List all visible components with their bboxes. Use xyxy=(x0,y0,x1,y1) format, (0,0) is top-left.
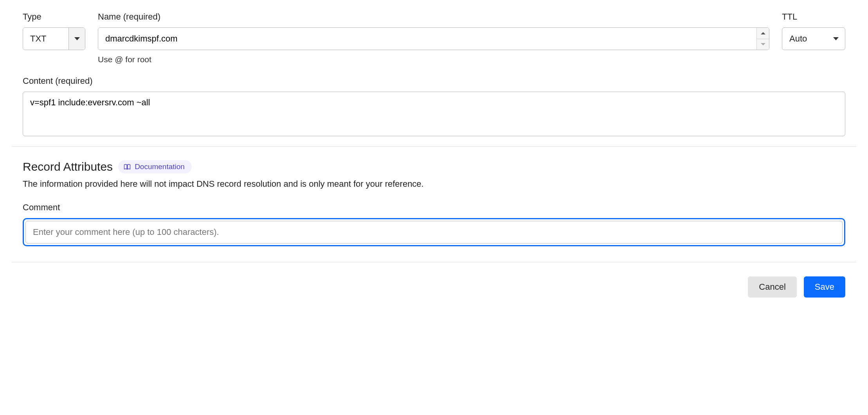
content-field-group: Content (required) xyxy=(23,76,845,136)
divider xyxy=(12,146,856,147)
ttl-label: TTL xyxy=(782,12,845,22)
comment-field-group: Comment xyxy=(23,202,845,246)
actions-row: Cancel Save xyxy=(23,276,845,298)
save-button[interactable]: Save xyxy=(804,276,845,298)
name-input[interactable] xyxy=(98,28,756,50)
type-field-group: Type TXT xyxy=(23,12,85,64)
chevron-down-icon xyxy=(68,28,85,50)
ttl-field-group: TTL Auto xyxy=(782,12,845,64)
chevron-down-icon xyxy=(833,37,839,40)
type-label: Type xyxy=(23,12,85,22)
name-input-wrap xyxy=(98,27,769,50)
attributes-description: The information provided here will not i… xyxy=(23,179,845,189)
cancel-button[interactable]: Cancel xyxy=(748,276,796,298)
name-field-group: Name (required) Use @ for root xyxy=(98,12,769,64)
name-hint: Use @ for root xyxy=(98,55,769,64)
book-icon xyxy=(124,164,131,170)
stepper-up-button[interactable] xyxy=(757,28,769,39)
caret-up-icon xyxy=(761,32,765,34)
comment-label: Comment xyxy=(23,202,845,213)
documentation-link[interactable]: Documentation xyxy=(118,160,192,173)
comment-input[interactable] xyxy=(25,221,843,244)
attributes-header: Record Attributes Documentation xyxy=(23,160,845,173)
comment-focus-ring xyxy=(23,218,845,246)
caret-down-icon xyxy=(761,43,765,45)
content-textarea[interactable] xyxy=(23,92,845,136)
name-label: Name (required) xyxy=(98,12,769,22)
documentation-label: Documentation xyxy=(135,162,185,171)
ttl-select[interactable]: Auto xyxy=(782,27,845,50)
name-stepper xyxy=(756,28,769,50)
attributes-title: Record Attributes xyxy=(23,160,113,173)
ttl-select-value: Auto xyxy=(789,34,807,44)
divider xyxy=(12,262,856,262)
stepper-down-button[interactable] xyxy=(757,39,769,50)
type-select[interactable]: TXT xyxy=(23,27,85,50)
type-select-value: TXT xyxy=(23,28,68,50)
content-label: Content (required) xyxy=(23,76,845,86)
